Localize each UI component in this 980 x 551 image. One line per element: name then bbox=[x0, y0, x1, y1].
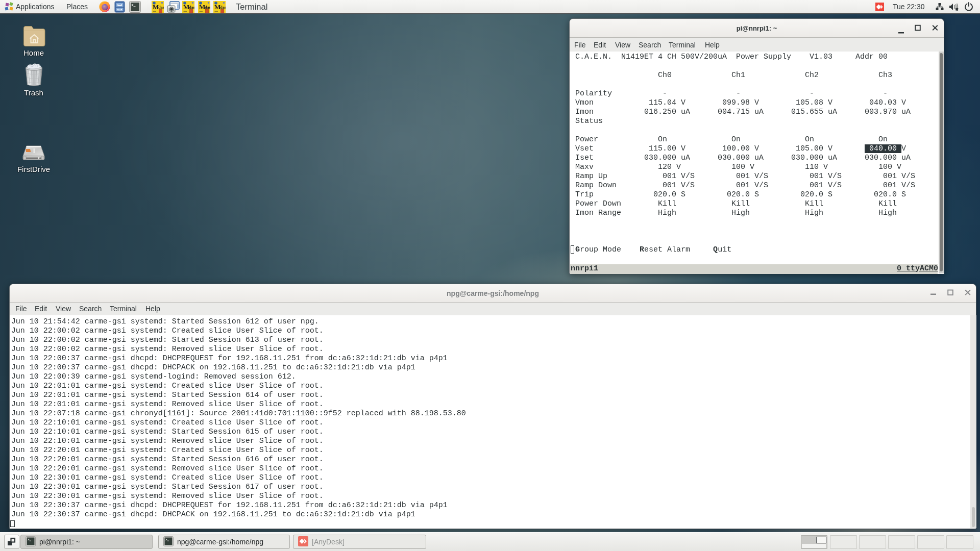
svg-text:idas: idas bbox=[204, 5, 210, 10]
svg-text:idas: idas bbox=[157, 5, 164, 10]
svg-text:idas: idas bbox=[219, 5, 226, 10]
svg-text:idas: idas bbox=[188, 5, 194, 10]
